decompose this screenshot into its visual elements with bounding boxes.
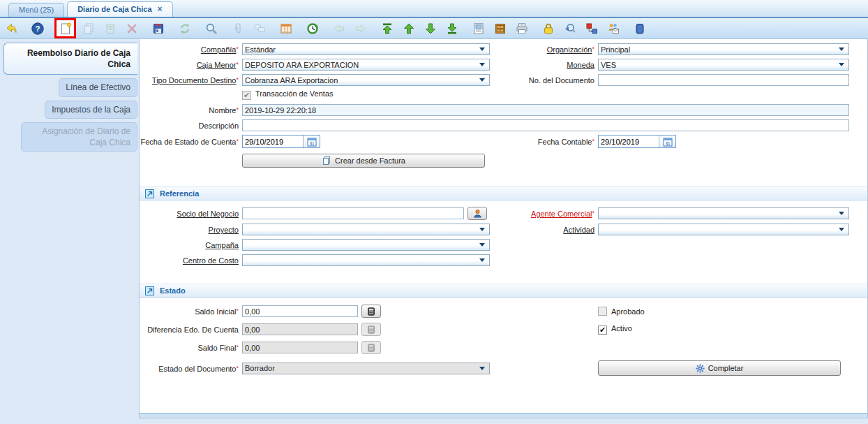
last-record-icon[interactable] <box>442 20 461 38</box>
centro-de-costo-select[interactable] <box>242 254 490 266</box>
transaccion-ventas-label: Transacción de Ventas <box>255 89 334 98</box>
next-record-icon[interactable] <box>421 20 440 38</box>
socio-del-negocio-input[interactable] <box>242 207 464 219</box>
transaccion-ventas-checkbox[interactable]: ✔ <box>242 91 251 100</box>
saldo-inicial-input[interactable] <box>242 305 358 317</box>
history-icon[interactable] <box>303 20 322 38</box>
sidebar-item-asignacion-diario: Asignación de Diario de Caja Chica <box>21 122 137 152</box>
gear-icon <box>696 364 705 373</box>
calculator-icon <box>361 323 381 336</box>
chevron-down-icon <box>839 47 844 51</box>
help-icon[interactable]: ? <box>28 20 47 38</box>
estado-del-documento-select[interactable]: Borrador <box>242 363 490 374</box>
actividad-select[interactable] <box>598 224 849 235</box>
no-del-documento-input[interactable] <box>598 74 849 86</box>
copy-record-icon[interactable] <box>79 20 98 38</box>
campana-select[interactable] <box>242 239 490 251</box>
sidebar-item-impuestos-de-la-caja[interactable]: Impuestos de la Caja <box>45 101 137 119</box>
first-record-icon[interactable] <box>377 20 396 38</box>
crear-desde-factura-button[interactable]: Crear desde Factura <box>242 154 485 168</box>
grid-toggle-icon[interactable] <box>276 20 295 38</box>
agente-comercial-select[interactable] <box>598 207 849 219</box>
chevron-down-icon <box>479 243 485 247</box>
toolbar: ? <box>0 18 868 39</box>
save-icon[interactable] <box>149 20 167 38</box>
chat-icon[interactable] <box>250 20 269 38</box>
refresh-icon[interactable] <box>175 20 194 38</box>
diferencia-edo-cuenta-label: Diferencia Edo. De Cuenta <box>147 326 239 334</box>
proyecto-select[interactable] <box>242 224 490 235</box>
workflow-icon[interactable] <box>582 20 601 38</box>
new-record-icon[interactable] <box>54 18 76 38</box>
no-del-documento-label: No. del Documento <box>529 76 594 85</box>
compania-label: Compañía <box>201 45 237 54</box>
chevron-down-icon <box>479 78 485 82</box>
collapse-section-icon[interactable] <box>145 189 154 198</box>
calculator-icon[interactable] <box>361 305 381 318</box>
lock-icon[interactable] <box>539 20 558 38</box>
fecha-contable-field: 31 <box>598 135 676 148</box>
svg-text:31: 31 <box>665 140 671 145</box>
organizacion-select[interactable]: Principal <box>598 43 849 55</box>
calendar-icon[interactable]: 31 <box>659 136 675 147</box>
fecha-contable-label: Fecha Contable <box>538 138 592 146</box>
form-panel: Compañía* Estándar Organización* Princip… <box>139 39 868 418</box>
organizacion-label: Organización <box>547 45 592 54</box>
referencia-section-header: Referencia <box>140 187 867 200</box>
sidebar-item-linea-de-efectivo[interactable]: Línea de Efectivo <box>59 78 137 96</box>
zoom-across-icon[interactable] <box>560 20 579 38</box>
chevron-down-icon <box>479 228 485 231</box>
fecha-estado-cuenta-field: 31 <box>242 135 320 148</box>
tab-sidebar: Reembolso Diario de Caja Chica Línea de … <box>0 39 137 418</box>
parent-record-icon[interactable] <box>329 20 348 38</box>
fecha-estado-cuenta-input[interactable] <box>243 136 303 147</box>
find-icon[interactable] <box>202 20 220 38</box>
completar-button[interactable]: Completar <box>598 360 841 376</box>
estado-del-documento-label: Estado del Documento <box>158 365 236 373</box>
campana-label: Campaña <box>205 241 239 249</box>
socio-del-negocio-label: Socio del Negocio <box>177 210 239 218</box>
previous-record-icon[interactable] <box>399 20 418 38</box>
print-icon[interactable] <box>512 20 531 38</box>
product-info-icon[interactable] <box>630 20 649 38</box>
activo-checkbox[interactable]: ✔ <box>598 326 607 335</box>
chevron-down-icon <box>839 228 844 231</box>
descripcion-input[interactable] <box>242 119 849 131</box>
business-partner-search-button[interactable] <box>467 207 487 220</box>
tab-diario-de-caja-chica[interactable]: Diario de Caja Chica× <box>67 1 172 17</box>
moneda-label: Moneda <box>567 61 594 69</box>
status-bar <box>140 413 867 418</box>
request-icon[interactable] <box>604 20 622 38</box>
estado-section-header: Estado <box>140 284 867 298</box>
tab-menu[interactable]: Menú (25) <box>8 3 64 17</box>
undo-icon[interactable] <box>1 20 20 38</box>
detail-record-icon[interactable] <box>351 20 370 38</box>
moneda-select[interactable]: VES <box>598 59 849 71</box>
delete-selection-icon[interactable] <box>122 20 141 38</box>
report-icon[interactable] <box>469 20 488 38</box>
actividad-label: Actividad <box>563 226 594 234</box>
nombre-input[interactable] <box>242 104 849 116</box>
aprobado-checkbox[interactable] <box>598 307 607 316</box>
caja-menor-select[interactable]: DEPOSITO ARA EXPORTACION <box>242 59 490 71</box>
calculator-icon <box>361 341 381 354</box>
chevron-down-icon <box>479 47 485 51</box>
delete-record-icon[interactable] <box>100 20 119 38</box>
attachment-icon[interactable] <box>228 20 247 38</box>
calendar-icon[interactable]: 31 <box>303 136 320 147</box>
svg-text:31: 31 <box>309 140 315 145</box>
collapse-section-icon[interactable] <box>145 286 154 295</box>
sidebar-item-reembolso-diario[interactable]: Reembolso Diario de Caja Chica <box>3 43 137 75</box>
compania-select[interactable]: Estándar <box>242 43 490 55</box>
person-icon <box>473 209 482 218</box>
tipo-documento-destino-select[interactable]: Cobranza ARA Exportacion <box>242 74 490 86</box>
saldo-final-input <box>242 342 358 353</box>
activo-label: Activo <box>611 324 632 332</box>
chevron-down-icon <box>839 212 844 215</box>
tab-close-icon[interactable]: × <box>158 4 163 14</box>
nombre-label: Nombre <box>209 106 236 115</box>
chevron-down-icon <box>479 258 485 262</box>
copy-document-icon <box>322 156 331 166</box>
archive-icon[interactable] <box>491 20 509 38</box>
fecha-contable-input[interactable] <box>599 136 659 147</box>
